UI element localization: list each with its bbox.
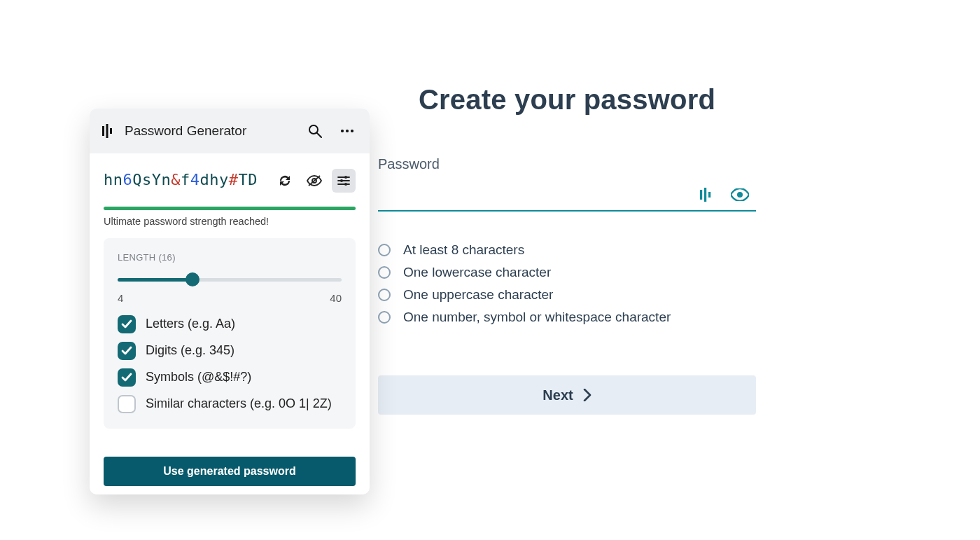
generated-password-display: hn6QsYn&f4dhy#TD [104, 166, 273, 194]
option-label: Similar characters (e.g. 0O 1| 2Z) [146, 395, 332, 412]
option-label: Digits (e.g. 345) [146, 342, 234, 359]
chevron-right-icon [583, 389, 592, 401]
requirement-text: One lowercase character [403, 265, 551, 280]
generator-header: Password Generator [90, 109, 370, 153]
length-min: 4 [118, 292, 123, 304]
next-button[interactable]: Next [378, 375, 756, 415]
svg-line-8 [317, 133, 321, 137]
requirement-text: One number, symbol or whitespace charact… [403, 310, 671, 325]
svg-point-11 [351, 130, 354, 132]
next-button-label: Next [542, 387, 573, 403]
svg-rect-2 [708, 192, 710, 198]
generator-options: LENGTH (16) 4 40 Letters (e.g. Aa)Digits… [104, 238, 356, 429]
more-icon[interactable] [337, 126, 357, 136]
option-row[interactable]: Letters (e.g. Aa) [118, 315, 342, 333]
length-slider[interactable] [118, 271, 342, 288]
option-row[interactable]: Digits (e.g. 345) [118, 342, 342, 360]
requirement-text: At least 8 characters [403, 242, 524, 258]
requirement-status-icon [378, 244, 391, 256]
svg-rect-6 [110, 128, 112, 134]
option-row[interactable]: Similar characters (e.g. 0O 1| 2Z) [118, 395, 342, 413]
requirement-item: One number, symbol or whitespace charact… [378, 310, 756, 325]
checkbox[interactable] [118, 342, 136, 360]
settings-icon[interactable] [332, 169, 356, 193]
requirement-text: One uppercase character [403, 287, 553, 303]
requirement-status-icon [378, 266, 391, 279]
requirement-item: One uppercase character [378, 287, 756, 303]
svg-point-9 [341, 130, 344, 132]
option-label: Symbols (@&$!#?) [146, 368, 251, 385]
svg-point-19 [344, 183, 347, 186]
use-button-label: Use generated password [163, 465, 295, 477]
search-icon[interactable] [305, 121, 325, 141]
password-input[interactable] [378, 181, 697, 209]
regenerate-icon[interactable] [273, 169, 297, 193]
requirement-item: One lowercase character [378, 265, 756, 280]
slider-thumb[interactable] [186, 272, 200, 286]
svg-point-17 [344, 176, 347, 179]
strength-text: Ultimate password strength reached! [104, 216, 356, 227]
svg-point-18 [340, 179, 343, 182]
password-field-wrap [378, 179, 756, 212]
password-requirements: At least 8 characters One lowercase char… [378, 242, 756, 325]
hide-password-icon[interactable] [302, 169, 326, 193]
length-label: LENGTH (16) [118, 252, 342, 263]
page-title: Create your password [378, 84, 756, 116]
option-row[interactable]: Symbols (@&$!#?) [118, 368, 342, 387]
svg-rect-0 [700, 190, 702, 200]
svg-rect-1 [704, 188, 706, 202]
svg-point-7 [309, 125, 318, 134]
password-label: Password [378, 156, 756, 172]
svg-rect-5 [106, 124, 108, 138]
svg-point-3 [737, 192, 743, 198]
svg-rect-4 [102, 126, 104, 136]
length-max: 40 [330, 292, 342, 304]
show-password-icon[interactable] [728, 186, 752, 204]
strength-meter [104, 207, 356, 210]
checkbox[interactable] [118, 395, 136, 413]
password-generator-panel: Password Generator hn6QsYn&f4dhy#TD [90, 109, 370, 494]
option-label: Letters (e.g. Aa) [146, 315, 235, 332]
checkbox[interactable] [118, 368, 136, 387]
svg-point-10 [346, 130, 349, 132]
requirement-item: At least 8 characters [378, 242, 756, 258]
requirement-status-icon [378, 311, 391, 324]
dashlane-logo-icon [102, 124, 113, 138]
checkbox[interactable] [118, 315, 136, 333]
use-generated-password-button[interactable]: Use generated password [104, 457, 356, 486]
requirement-status-icon [378, 289, 391, 301]
generator-title: Password Generator [125, 123, 305, 139]
dashlane-fill-icon[interactable] [697, 185, 715, 205]
